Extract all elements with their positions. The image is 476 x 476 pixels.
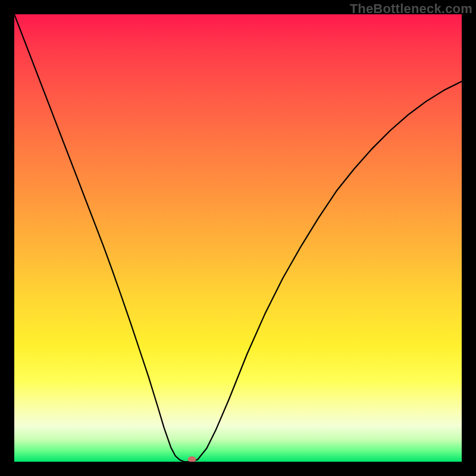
min-marker <box>188 456 196 462</box>
chart-frame: TheBottleneck.com <box>0 0 476 476</box>
watermark-text: TheBottleneck.com <box>350 1 472 17</box>
plot-area <box>14 14 462 462</box>
bottleneck-curve-path <box>14 14 462 462</box>
curve-svg <box>14 14 462 462</box>
